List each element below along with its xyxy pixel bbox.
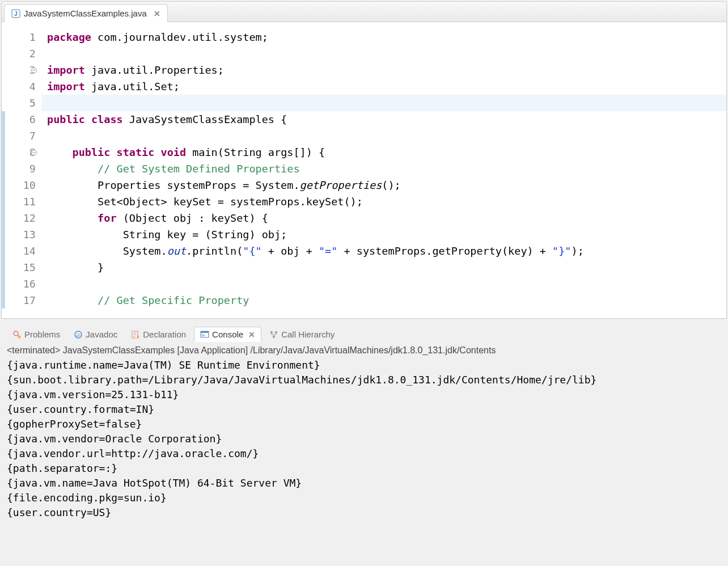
svg-point-11 [275,331,277,333]
line-number: 11 [2,193,36,210]
code-line[interactable] [41,95,726,111]
code-line[interactable]: Set<Object> keySet = systemProps.keySet(… [47,193,726,210]
line-number: 1 [2,29,36,45]
java-file-icon: J [11,9,20,18]
svg-text:!: ! [19,335,19,339]
tab-label: Call Hierarchy [281,330,335,339]
console-line: {java.vm.vendor=Oracle Corporation} [7,432,721,446]
declaration-icon [131,330,140,339]
svg-point-2 [14,331,18,336]
code-line[interactable]: import java.util.Properties; [47,62,726,78]
line-number: 15 [2,259,36,276]
line-number: 16 [2,276,36,292]
close-icon[interactable]: ✕ [154,9,160,18]
close-icon[interactable]: ✕ [248,330,255,339]
problems-icon: ! [12,330,22,339]
code-line[interactable]: for (Object obj : keySet) { [47,210,726,226]
console-line: {java.vm.version=25.131-b11} [7,387,721,402]
tab-label: Javadoc [86,330,117,339]
tab-call-hierarchy[interactable]: Call Hierarchy [264,327,340,341]
line-number: 13 [2,226,36,243]
editor-pane: J JavaSystemClassExamples.java ✕ 123−456… [1,1,727,319]
javadoc-icon: @ [74,330,83,339]
line-number: 9 [2,160,36,177]
tab-label: Declaration [143,330,186,339]
line-number: 10 [2,177,36,193]
editor-tab-bar: J JavaSystemClassExamples.java ✕ [2,2,726,22]
code-editor[interactable]: 123−45678−91011121314151617 package com.… [2,22,726,318]
line-number: 17 [2,292,36,309]
editor-tab-filename: JavaSystemClassExamples.java [24,9,147,18]
svg-point-12 [273,336,275,338]
console-line: {gopherProxySet=false} [7,417,721,432]
fold-toggle-icon[interactable]: − [31,67,37,73]
console-icon [200,330,209,339]
console-line: {java.vendor.url=http://java.oracle.com/… [7,446,721,461]
line-number: 2 [2,45,36,62]
code-line[interactable]: public static void main(String args[]) { [47,144,726,160]
fold-toggle-icon[interactable]: − [31,150,37,155]
code-content[interactable]: package com.journaldev.util.system;impor… [41,22,726,318]
code-line[interactable] [47,45,726,62]
bottom-panel: ! Problems @ Javadoc Declaration Console… [1,323,727,565]
line-number: 8− [2,144,36,160]
tab-label: Console [212,330,243,339]
line-number-gutter: 123−45678−91011121314151617 [2,22,41,318]
tab-console[interactable]: Console ✕ [194,327,261,342]
code-line[interactable] [47,128,726,144]
code-line[interactable]: import java.util.Set; [47,78,726,95]
call-hierarchy-icon [269,330,278,339]
line-number: 5 [2,95,36,111]
line-number: 14 [2,243,36,259]
svg-point-10 [270,331,273,333]
svg-text:J: J [14,11,18,17]
console-status: <terminated> JavaSystemClassExamples [Ja… [1,344,727,357]
tab-label: Problems [24,330,60,339]
editor-tab[interactable]: J JavaSystemClassExamples.java ✕ [4,4,168,22]
console-line: {sun.boot.library.path=/Library/Java/Jav… [7,373,721,387]
code-line[interactable]: // Get Specific Property [47,292,726,309]
code-line[interactable]: // Get System Defined Properties [47,160,726,177]
code-line[interactable]: System.out.println("{" + obj + "=" + sys… [47,243,726,259]
console-line: {user.country=US} [7,505,721,520]
console-line: {java.runtime.name=Java(TM) SE Runtime E… [7,358,721,373]
console-line: {path.separator=:} [7,461,721,476]
line-number: 7 [2,128,36,144]
code-line[interactable]: String key = (String) obj; [47,226,726,243]
tab-javadoc[interactable]: @ Javadoc [68,327,123,341]
line-number: 12 [2,210,36,226]
console-line: {file.encoding.pkg=sun.io} [7,491,721,505]
code-line[interactable]: Properties systemProps = System.getPrope… [47,177,726,193]
console-line: {java.vm.name=Java HotSpot(TM) 64-Bit Se… [7,476,721,491]
tab-problems[interactable]: ! Problems [7,327,66,341]
line-number: 4 [2,78,36,95]
console-line: {user.country.format=IN} [7,402,721,417]
line-number: 3− [2,62,36,78]
code-line[interactable]: } [47,259,726,276]
code-line[interactable] [47,276,726,292]
svg-rect-9 [201,331,209,333]
svg-text:@: @ [76,332,81,338]
code-line[interactable]: package com.journaldev.util.system; [47,29,726,45]
line-number: 6 [2,111,36,128]
tab-declaration[interactable]: Declaration [125,327,192,341]
console-output[interactable]: {java.runtime.name=Java(TM) SE Runtime E… [1,357,727,521]
view-tab-bar: ! Problems @ Javadoc Declaration Console… [1,323,727,344]
code-line[interactable]: public class JavaSystemClassExamples { [47,111,726,128]
